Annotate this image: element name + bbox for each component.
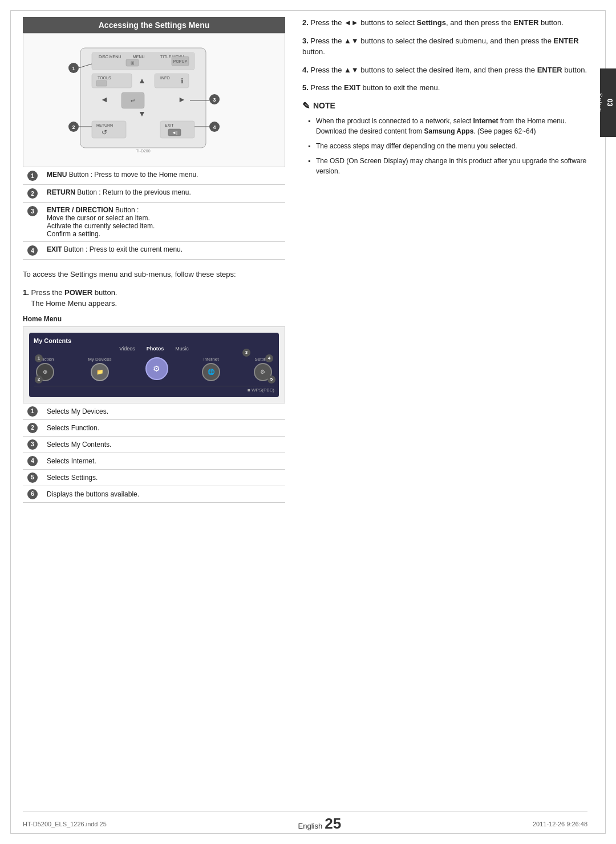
svg-text:MENU: MENU [133,55,145,59]
nav-internet: Internet 🌐 [202,357,220,381]
step-1: 1. Press the POWER button. The Home Menu… [23,287,285,309]
svg-text:4: 4 [213,124,216,130]
right-step-4: 4. Press the ▲▼ buttons to select the de… [302,64,587,76]
bottom-bar: HT-D5200_ELS_1226.indd 25 English 25 201… [23,811,587,833]
remote-svg: DISC MENU MENU TITLE MENU ⊞ POPUP TOOLS [35,42,252,156]
hm-callout-circle: 5 [27,473,38,483]
hm-callout-desc-cell: Selects My Devices. [42,403,285,420]
hm-callout-desc-cell: Selects Settings. [42,469,285,486]
callout-circle: 4 [27,245,38,256]
page-num-value: 25 [325,815,341,833]
hm-callout-circle: 2 [27,423,38,433]
step-2-num: 2. [302,18,309,27]
hm-callout-num-cell: 1 [23,403,42,420]
right-step-5: 5. Press the EXIT button to exit the men… [302,82,587,94]
hm-badge-4: 4 [265,354,273,362]
cat-photos: Photos [147,346,164,352]
home-callout-row: 5 Selects Settings. [23,469,285,486]
svg-text:EXIT: EXIT [165,123,174,127]
home-menu-title: My Contents [34,337,274,344]
section-title: Accessing the Settings Menu [23,17,285,33]
callout-num-cell: 1 [23,167,42,185]
home-menu-icons-row: Function ⊕ My Devices 📁 [34,353,274,385]
note-section: ✎ NOTE When the product is connected to … [302,100,587,176]
side-tab-text: Setup [597,93,603,112]
enter-bold-4: ENTER [537,66,562,74]
intro-text: To access the Settings menu and sub-menu… [23,269,285,280]
hm-badge-3: 3 [242,349,250,357]
page-number-area: English 25 [298,815,342,833]
main-content: Accessing the Settings Menu DISC MENU ME… [23,17,587,821]
callout-circle: 2 [27,188,38,199]
svg-text:3: 3 [213,97,216,103]
remote-callout-row: 4 EXIT Button : Press to exit the curren… [23,242,285,260]
hm-callout-num-cell: 5 [23,469,42,486]
enter-bold-2: ENTER [513,18,538,27]
home-menu-callout-table: 1 Selects My Devices. 2 Selects Function… [23,403,285,503]
home-menu-bottom: ■ WPS(PBC) [34,386,274,393]
callout-num-cell: 4 [23,242,42,260]
hm-callout-num-cell: 4 [23,453,42,469]
callout-circle: 1 [27,171,38,181]
remote-callout-row: 3 ENTER / DIRECTION Button :Move the cur… [23,203,285,242]
callout-desc-cell: EXIT Button : Press to exit the current … [42,242,285,260]
callout-num-cell: 3 [23,203,42,242]
cat-videos: Videos [119,346,135,352]
hm-callout-num-cell: 2 [23,419,42,436]
svg-text:►: ► [178,95,186,104]
remote-callout-table: 1 MENU Button : Press to move to the Hom… [23,167,285,260]
svg-text:INFO: INFO [160,76,170,80]
svg-text:2: 2 [72,124,75,130]
svg-rect-12 [155,74,189,88]
hm-badge-5: 5 [268,375,275,383]
right-step-2: 2. Press the ◄► buttons to select Settin… [302,17,587,29]
exit-bold: EXIT [344,83,360,92]
note-item: The access steps may differ depending on… [308,141,587,151]
hm-badge-1: 1 [35,354,43,362]
hm-badge-2: 2 [35,375,43,383]
step-3-num: 3. [302,37,309,45]
side-tab-number: 03 [606,99,614,106]
footer-right: 2011-12-26 9:26:48 [533,821,587,827]
home-callout-row: 1 Selects My Devices. [23,403,285,420]
home-callout-row: 2 Selects Function. [23,419,285,436]
hm-callout-desc-cell: Selects Function. [42,419,285,436]
hm-callout-desc-cell: Displays the buttons available. [42,486,285,502]
svg-rect-11 [96,80,107,86]
hm-callout-desc-cell: Selects Internet. [42,453,285,469]
svg-text:◄: ◄ [100,95,108,104]
right-step-3: 3. Press the ▲▼ buttons to select the de… [302,35,587,58]
step-1-num: 1. [23,288,29,297]
svg-text:⊞: ⊞ [131,60,135,66]
note-item: When the product is connected to a netwo… [308,116,587,136]
svg-text:DISC MENU: DISC MENU [99,55,121,59]
left-column: Accessing the Settings Menu DISC MENU ME… [23,17,285,821]
svg-text:▼: ▼ [138,109,146,118]
note-label: NOTE [313,101,335,110]
footer-left: HT-D5200_ELS_1226.indd 25 [23,821,107,827]
step-1-bold: POWER [64,288,92,297]
right-steps: 2. Press the ◄► buttons to select Settin… [302,17,587,94]
svg-text:↺: ↺ [102,128,107,136]
hm-callout-circle: 3 [27,439,38,450]
home-menu-diagram: My Contents Videos Photos Music Function… [23,326,285,403]
side-tab: 03 Setup [600,68,616,137]
hm-callout-desc-cell: Selects My Contents. [42,436,285,453]
nav-contents-icon: ⚙ [145,357,168,380]
english-label: English [298,822,323,830]
svg-text:↵: ↵ [131,98,135,104]
right-column: 2. Press the ◄► buttons to select Settin… [302,17,587,821]
note-item: The OSD (On Screen Display) may change i… [308,156,587,176]
svg-text:TI-D200: TI-D200 [136,149,150,153]
nav-my-devices: My Devices 📁 [88,357,111,381]
step-4-num: 4. [302,66,309,74]
remote-diagram: DISC MENU MENU TITLE MENU ⊞ POPUP TOOLS [23,33,285,167]
home-callout-row: 4 Selects Internet. [23,453,285,469]
note-icon: ✎ [302,100,310,111]
note-title: ✎ NOTE [302,100,587,111]
hm-callout-num-cell: 3 [23,436,42,453]
enter-bold-3: ENTER [554,37,579,45]
svg-text:ℹ: ℹ [181,77,184,85]
hm-callout-num-cell: 6 [23,486,42,502]
home-callout-row: 3 Selects My Contents. [23,436,285,453]
